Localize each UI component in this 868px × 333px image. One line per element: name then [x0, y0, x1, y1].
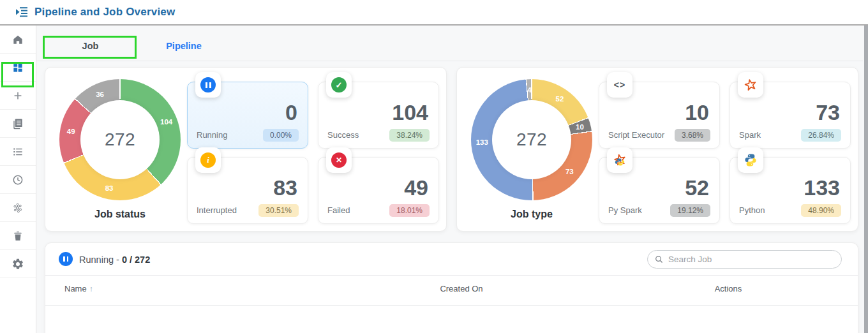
job-status-donut[interactable]: 272 104834936: [59, 79, 181, 200]
card-label: Success: [327, 130, 359, 140]
job-status-chart-title: Job status: [59, 209, 181, 220]
search-box[interactable]: [647, 250, 842, 269]
card-label: Py Spark: [608, 205, 642, 215]
slice-value-label: 104: [160, 118, 172, 126]
pyspark-count: 52: [685, 175, 709, 200]
cluster-icon: [11, 202, 24, 214]
tab-pipeline[interactable]: Pipeline: [155, 41, 213, 51]
clock-icon: [11, 174, 24, 186]
sidebar-item-templates[interactable]: [0, 110, 36, 138]
info-icon: i: [200, 152, 216, 168]
code-icon: <>: [614, 80, 625, 90]
divider: [45, 305, 858, 306]
card-success[interactable]: ✓ 104 Success 38.24%: [318, 82, 439, 149]
job-type-panel: 272 5210731334 Job type <> 10 Script Exe…: [456, 67, 858, 232]
dashboard-icon: [11, 61, 24, 74]
sidebar-item-lineage[interactable]: [0, 194, 36, 222]
card-label: Python: [739, 205, 765, 215]
card-label: Failed: [327, 205, 350, 215]
check-icon: ✓: [331, 77, 347, 93]
sidebar-item-create[interactable]: [0, 82, 36, 110]
sidebar-item-home[interactable]: [0, 26, 36, 54]
sidebar-item-settings[interactable]: [0, 250, 36, 278]
interrupted-percent-badge: 30.51%: [258, 204, 299, 217]
card-label: Script Executor: [608, 130, 664, 140]
card-icon-chip: [607, 147, 632, 173]
status-count: 0 / 272: [122, 255, 150, 265]
card-icon-chip: [738, 147, 763, 173]
search-icon: [654, 255, 664, 264]
card-spark[interactable]: 73 Spark 26.84%: [730, 82, 851, 149]
python-count: 133: [804, 175, 840, 200]
card-python[interactable]: 133 Python 48.90%: [730, 157, 851, 224]
success-count: 104: [392, 100, 428, 125]
tab-divider: [36, 61, 863, 61]
job-type-donut[interactable]: 272 5210731334: [471, 79, 592, 200]
vertical-scrollbar[interactable]: [864, 26, 868, 333]
main-content: Job Pipeline 272 104834936 Job status 0 …: [36, 26, 868, 333]
jobs-list-header: Running - 0 / 272: [45, 243, 858, 275]
card-script-executor[interactable]: <> 10 Script Executor 3.68%: [599, 82, 720, 149]
spark-icon: [744, 78, 758, 92]
pyspark-icon: [612, 152, 627, 168]
interrupted-count: 83: [273, 175, 297, 200]
card-pyspark[interactable]: 52 Py Spark 19.12%: [599, 157, 720, 224]
card-running[interactable]: 0 Running 0.00%: [187, 82, 308, 149]
card-label: Interrupted: [197, 205, 237, 215]
running-percent-badge: 0.00%: [263, 129, 299, 142]
failed-count: 49: [404, 175, 428, 200]
card-icon-chip: <>: [607, 72, 632, 98]
pause-icon: [59, 252, 73, 266]
card-interrupted[interactable]: i 83 Interrupted 30.51%: [187, 157, 308, 224]
spark-count: 73: [816, 100, 840, 125]
pause-icon: [200, 77, 216, 93]
name-column-label: Name: [64, 284, 87, 293]
app-window: Pipeline and Job Overview: [0, 0, 868, 333]
slice-value-label: 52: [556, 95, 564, 103]
card-icon-chip: [738, 72, 763, 98]
sidebar-item-history[interactable]: [0, 166, 36, 194]
card-icon-chip: i: [195, 147, 221, 173]
failed-percent-badge: 18.01%: [389, 204, 430, 217]
success-percent-badge: 38.24%: [389, 129, 430, 142]
python-percent-badge: 48.90%: [801, 204, 841, 217]
page-header: Pipeline and Job Overview: [0, 0, 868, 26]
plus-icon: [11, 89, 24, 102]
sidebar-item-list[interactable]: [0, 138, 36, 166]
slice-value-label: 4: [527, 86, 531, 94]
job-status-total: 272: [105, 130, 135, 150]
home-icon: [11, 33, 24, 46]
copy-icon: [11, 117, 24, 130]
scrollbar-thumb[interactable]: [864, 26, 868, 333]
slice-value-label: 83: [105, 184, 114, 192]
status-prefix: Running -: [79, 255, 119, 265]
spark-percent-badge: 26.84%: [801, 129, 841, 142]
gear-icon: [11, 258, 24, 270]
card-icon-chip: ✓: [326, 72, 352, 98]
sidebar: [0, 26, 36, 333]
card-label: Running: [197, 130, 227, 140]
tab-job[interactable]: Job: [45, 41, 136, 51]
running-count: 0: [285, 100, 297, 125]
jobs-list-panel: Running - 0 / 272 Name↑ Created On Actio…: [45, 242, 858, 333]
slice-value-label: 36: [96, 91, 104, 98]
slice-value-label: 73: [565, 168, 574, 175]
job-type-chart-title: Job type: [471, 209, 592, 220]
sort-asc-icon: ↑: [89, 285, 93, 293]
page-title: Pipeline and Job Overview: [34, 6, 175, 18]
search-job-input[interactable]: [668, 255, 835, 264]
trash-icon: [11, 230, 24, 242]
python-icon: [743, 152, 758, 168]
card-icon-chip: ✕: [326, 147, 352, 173]
card-failed[interactable]: ✕ 49 Failed 18.01%: [318, 157, 439, 224]
job-type-chart-area: 272 5210731334 Job type: [471, 79, 592, 226]
column-header-name[interactable]: Name↑: [64, 284, 93, 293]
job-status-panel: 272 104834936 Job status 0 Running 0.00%…: [45, 67, 447, 232]
sidebar-item-dashboard[interactable]: [0, 54, 36, 82]
donut-center: 272: [80, 100, 160, 179]
sidebar-item-trash[interactable]: [0, 222, 36, 250]
card-icon-chip: [195, 72, 221, 98]
job-status-chart-area: 272 104834936 Job status: [59, 79, 181, 226]
column-header-created-on: Created On: [410, 284, 513, 293]
card-label: Spark: [739, 130, 761, 140]
